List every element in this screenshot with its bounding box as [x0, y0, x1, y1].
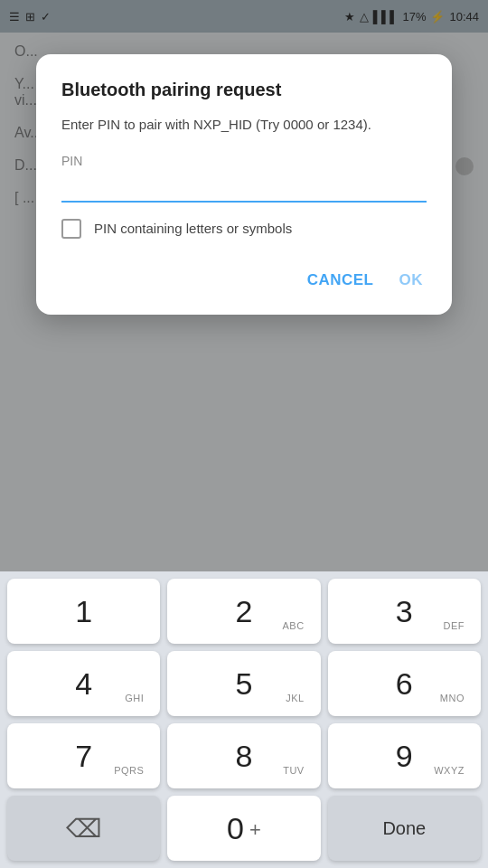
key-4-letters: GHI	[125, 693, 144, 703]
key-8-letters: TUV	[283, 765, 305, 776]
key-8[interactable]: 8 TUV	[167, 723, 320, 788]
key-5-letters: JKL	[286, 693, 304, 703]
dialog-message: Enter PIN to pair with NXP_HID (Try 0000…	[61, 115, 427, 136]
key-6-letters: MNO	[440, 693, 465, 703]
key-row-4: ⌫ 0 + Done	[7, 796, 481, 861]
key-7[interactable]: 7 PQRS	[7, 723, 160, 788]
pin-input[interactable]	[61, 174, 427, 203]
key-1-num: 1	[75, 596, 92, 627]
key-0-num: 0	[227, 813, 244, 844]
key-7-letters: PQRS	[114, 765, 144, 776]
key-3-num: 3	[396, 596, 413, 627]
key-0[interactable]: 0 +	[167, 796, 320, 861]
pin-letters-label: PIN containing letters or symbols	[94, 219, 292, 238]
key-zero-content: 0 +	[227, 813, 261, 844]
key-6[interactable]: 6 MNO	[328, 651, 481, 716]
key-row-2: 4 GHI 5 JKL 6 MNO	[7, 651, 481, 716]
key-8-num: 8	[236, 741, 253, 771]
key-5[interactable]: 5 JKL	[167, 651, 320, 716]
key-5-num: 5	[236, 668, 253, 699]
key-1[interactable]: 1	[7, 579, 160, 644]
ok-button[interactable]: OK	[396, 264, 427, 297]
key-6-num: 6	[396, 668, 413, 699]
cancel-button[interactable]: CANCEL	[304, 264, 378, 297]
key-backspace[interactable]: ⌫	[7, 796, 160, 861]
pin-label: PIN	[61, 154, 427, 168]
key-row-3: 7 PQRS 8 TUV 9 WXYZ	[7, 723, 481, 788]
dialog-actions: CANCEL OK	[61, 260, 427, 297]
key-9[interactable]: 9 WXYZ	[328, 723, 481, 788]
key-7-num: 7	[75, 741, 92, 771]
key-0-plus: +	[249, 818, 261, 842]
pin-letters-checkbox-row[interactable]: PIN containing letters or symbols	[61, 219, 427, 239]
key-2[interactable]: 2 ABC	[167, 579, 320, 644]
key-4-num: 4	[75, 668, 92, 699]
key-done[interactable]: Done	[328, 796, 481, 861]
bluetooth-pairing-dialog: Bluetooth pairing request Enter PIN to p…	[36, 54, 452, 315]
key-2-num: 2	[236, 596, 253, 627]
key-3[interactable]: 3 DEF	[328, 579, 481, 644]
key-3-letters: DEF	[443, 620, 465, 631]
numeric-keyboard: 1 2 ABC 3 DEF 4 GHI 5 JKL 6 MNO 7 PQRS	[0, 571, 488, 868]
pin-letters-checkbox[interactable]	[61, 219, 81, 239]
dialog-title: Bluetooth pairing request	[61, 80, 427, 100]
key-9-letters: WXYZ	[434, 765, 465, 776]
key-4[interactable]: 4 GHI	[7, 651, 160, 716]
key-done-label: Done	[382, 818, 426, 839]
key-row-1: 1 2 ABC 3 DEF	[7, 579, 481, 644]
key-9-num: 9	[396, 741, 413, 771]
backspace-icon: ⌫	[66, 814, 102, 844]
key-2-letters: ABC	[283, 620, 305, 631]
